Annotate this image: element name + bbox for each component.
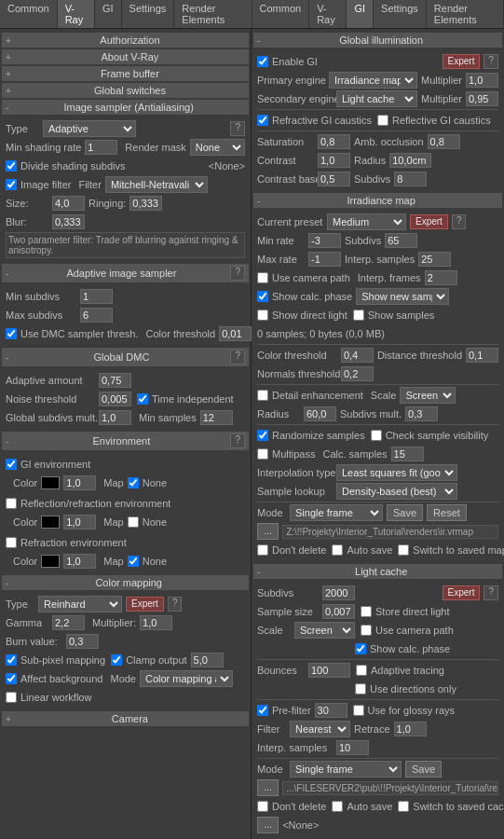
ir-browse-btn[interactable]: ... — [257, 523, 279, 540]
ir-question-btn[interactable]: ? — [452, 214, 467, 229]
color-threshold-ir-input[interactable] — [341, 348, 374, 363]
interpolation-type-select[interactable]: Least squares fit (good/sm — [336, 464, 457, 481]
filter-select[interactable]: Mitchell-Netravali — [105, 176, 208, 193]
global-dmc-header[interactable]: - Global DMC ? — [2, 348, 249, 366]
affect-bg-checkbox[interactable] — [6, 673, 17, 684]
size-input[interactable] — [52, 196, 85, 211]
refraction-color-input[interactable] — [63, 554, 96, 569]
show-direct-checkbox[interactable] — [257, 309, 268, 321]
burn-input[interactable] — [66, 634, 99, 649]
reflection-color-swatch[interactable] — [41, 516, 60, 529]
multiplier-input[interactable] — [140, 615, 172, 630]
min-subdivs-input[interactable] — [80, 289, 113, 304]
mode-ir-select[interactable]: Single frame — [290, 504, 383, 521]
amb-occlusion-input[interactable] — [428, 134, 460, 149]
use-dmc-checkbox[interactable] — [6, 328, 17, 339]
lc-question-btn[interactable]: ? — [484, 585, 498, 600]
question-btn[interactable]: ? — [230, 121, 245, 136]
ir-auto-save-checkbox[interactable] — [332, 544, 343, 556]
sample-lookup-select[interactable]: Density-based (best) — [336, 483, 457, 500]
cm-expert-btn[interactable]: Expert — [126, 597, 164, 612]
environment-question-btn[interactable]: ? — [230, 433, 245, 448]
show-new-samples-select[interactable]: Show new samples as brig — [356, 288, 449, 305]
authorization-header[interactable]: + Authorization — [2, 33, 249, 48]
normals-threshold-input[interactable] — [341, 366, 374, 381]
subdivs-lc-input[interactable] — [322, 585, 355, 600]
scale-lc-select[interactable]: Screen — [294, 622, 355, 639]
gi-map-checkbox[interactable] — [128, 477, 139, 488]
image-sampler-header[interactable]: - Image sampler (Antialiasing) — [2, 100, 249, 115]
lc-dont-delete-checkbox[interactable] — [257, 801, 268, 812]
refraction-env-checkbox[interactable] — [6, 537, 17, 548]
refractive-gi-checkbox[interactable] — [257, 115, 268, 126]
right-tab-render-elements[interactable]: Render Elements — [427, 0, 504, 28]
image-filter-checkbox[interactable] — [6, 179, 17, 190]
cm-question-btn[interactable]: ? — [168, 597, 183, 612]
sample-size-input[interactable] — [322, 604, 355, 619]
use-glossy-checkbox[interactable] — [353, 705, 364, 716]
refraction-color-swatch[interactable] — [41, 555, 60, 568]
pre-filter-checkbox[interactable] — [257, 705, 268, 716]
multiplier2-input[interactable] — [466, 91, 498, 106]
distance-threshold-input[interactable] — [466, 348, 498, 363]
refraction-map-checkbox[interactable] — [128, 556, 139, 567]
min-rate-input[interactable] — [308, 233, 341, 248]
cm-type-select[interactable]: Reinhard — [38, 596, 122, 612]
gi-question-btn[interactable]: ? — [484, 54, 498, 69]
reflective-gi-checkbox[interactable] — [377, 115, 388, 126]
enable-gi-checkbox[interactable] — [257, 56, 268, 67]
about-vray-header[interactable]: + About V-Ray — [2, 49, 249, 64]
reflection-map-checkbox[interactable] — [128, 516, 139, 528]
color-threshold-input[interactable] — [219, 326, 252, 341]
filter-lc-select[interactable]: Nearest — [290, 721, 350, 737]
lc-expert-btn[interactable]: Expert — [443, 585, 481, 600]
ir-switch-checkbox[interactable] — [398, 544, 409, 556]
min-samples-input[interactable] — [200, 410, 233, 425]
right-tab-settings[interactable]: Settings — [374, 0, 427, 28]
adaptive-amount-input[interactable] — [99, 373, 131, 388]
left-tab-render-elements[interactable]: Render Elements — [174, 0, 252, 28]
clamp-checkbox[interactable] — [111, 654, 122, 666]
right-tab-common[interactable]: Common — [252, 0, 310, 28]
right-tab-vray[interactable]: V-Ray — [309, 0, 347, 28]
adaptive-question-btn[interactable]: ? — [230, 266, 245, 281]
render-mask-select[interactable]: None — [190, 139, 245, 156]
min-shading-input[interactable] — [85, 140, 117, 155]
noise-threshold-input[interactable] — [99, 392, 131, 406]
clamp-input[interactable] — [191, 653, 224, 667]
interp-frames-input[interactable] — [425, 270, 457, 285]
environment-header[interactable]: - Environment ? — [2, 432, 249, 450]
reflection-color-input[interactable] — [63, 515, 96, 530]
global-subdivs-mult-input[interactable] — [99, 410, 131, 425]
ringing-input[interactable] — [129, 196, 162, 211]
gi-environment-checkbox[interactable] — [6, 459, 17, 470]
show-calc-lc-checkbox[interactable] — [355, 643, 366, 654]
divide-shading-checkbox[interactable] — [6, 160, 17, 172]
use-camera-path-checkbox[interactable] — [257, 272, 268, 283]
pre-filter-input[interactable] — [315, 703, 347, 718]
lc-save-btn[interactable]: Save — [405, 761, 442, 777]
gi-color-swatch[interactable] — [41, 476, 60, 489]
radius-de-input[interactable] — [304, 406, 336, 421]
reflection-env-checkbox[interactable] — [6, 498, 17, 509]
gi-expert-btn[interactable]: Expert — [443, 54, 481, 69]
detail-enhancement-checkbox[interactable] — [257, 390, 268, 401]
show-samples-checkbox[interactable] — [353, 309, 364, 321]
contrast-base-input[interactable] — [318, 172, 350, 186]
check-sample-vis-checkbox[interactable] — [371, 430, 382, 441]
bounces-input[interactable] — [308, 663, 350, 678]
ir-expert-btn[interactable]: Expert — [410, 214, 448, 229]
left-tab-common[interactable]: Common — [0, 0, 58, 28]
time-independent-checkbox[interactable] — [137, 393, 148, 405]
global-dmc-question-btn[interactable]: ? — [230, 350, 245, 364]
global-switches-header[interactable]: + Global switches — [2, 83, 249, 98]
secondary-engine-select[interactable]: Light cache — [336, 90, 417, 107]
irradiance-map-header[interactable]: - Irradiance map — [253, 193, 502, 208]
saturation-input[interactable] — [318, 134, 350, 149]
ir-dont-delete-checkbox[interactable] — [257, 544, 268, 556]
contrast-input[interactable] — [318, 153, 350, 168]
gi-color-input[interactable] — [63, 475, 96, 490]
current-preset-select[interactable]: Medium — [327, 213, 406, 230]
subdivs-mult-input[interactable] — [405, 406, 438, 421]
ir-reset-btn[interactable]: Reset — [427, 504, 467, 521]
